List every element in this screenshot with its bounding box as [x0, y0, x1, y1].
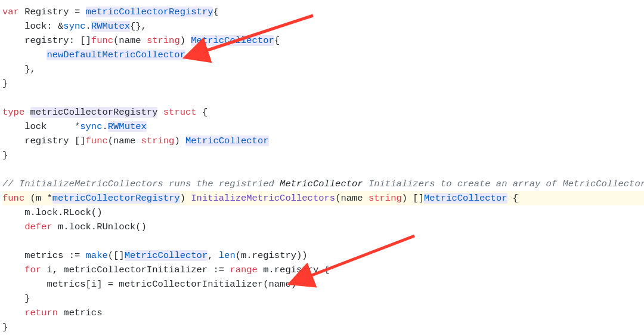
code-line: newDefaultMetricCollector,	[2, 50, 191, 60]
type-ref: metricCollectorRegistry	[86, 7, 213, 17]
code-line: defer m.lock.RUnlock()	[2, 222, 147, 232]
code-line: lock *sync.RWMutex	[2, 121, 147, 132]
code-block: var Registry = metricCollectorRegistry{ …	[0, 0, 644, 335]
code-line: }	[2, 150, 8, 161]
comment: // InitializeMetricCollectors runs the r…	[2, 179, 644, 189]
code-line: registry: []func(name string) MetricColl…	[2, 35, 280, 46]
code-line	[2, 93, 8, 103]
code-line: for i, metricCollectorInitializer := ran…	[2, 265, 330, 275]
code-line	[2, 236, 8, 247]
code-line: }	[2, 78, 8, 89]
keyword-type: type	[2, 107, 24, 118]
code-line: },	[2, 64, 36, 75]
code-line: return metrics	[2, 308, 102, 318]
code-line: metrics[i] = metricCollectorInitializer(…	[2, 279, 296, 290]
code-line: // InitializeMetricCollectors runs the r…	[2, 179, 644, 189]
code-line: func (m *metricCollectorRegistry) Initia…	[2, 191, 644, 205]
code-line: }	[2, 322, 8, 333]
code-line	[2, 164, 8, 175]
code-line: registry []func(name string) MetricColle…	[2, 136, 269, 146]
code-line: }	[2, 293, 30, 304]
keyword-var: var	[2, 7, 19, 17]
code-line: type metricCollectorRegistry struct {	[2, 107, 208, 118]
code-line: metrics := make([]MetricCollector, len(m…	[2, 250, 308, 261]
code-line: lock: &sync.RWMutex{},	[2, 21, 147, 32]
code-line: m.lock.RLock()	[2, 207, 102, 218]
code-line: var Registry = metricCollectorRegistry{	[2, 7, 219, 17]
